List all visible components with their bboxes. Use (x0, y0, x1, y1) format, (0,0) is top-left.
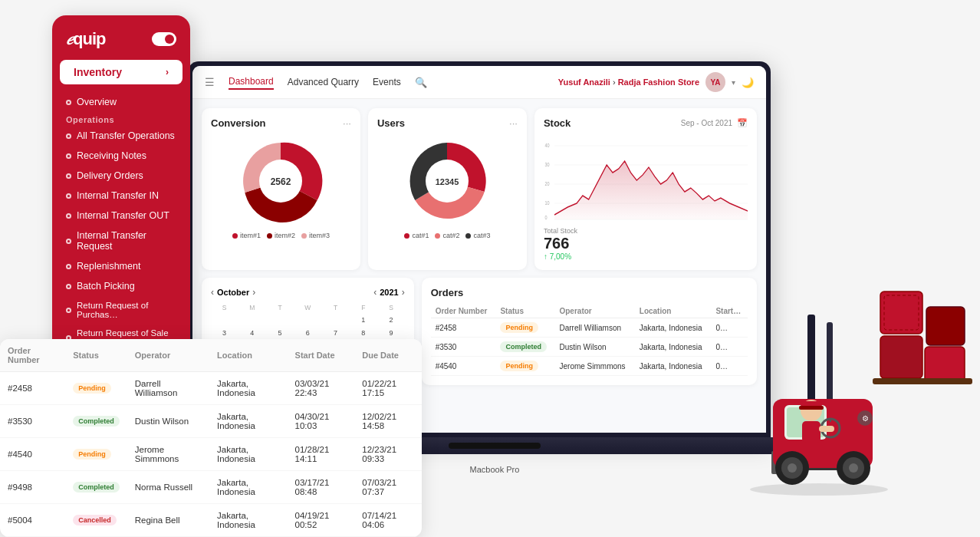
sidebar-item-internal-transfer-req[interactable]: Internal Transfer Request (52, 226, 190, 256)
fg-location: Jakarta, Indonesia (209, 405, 288, 438)
fg-due-date: 07/03/21 07:37 (354, 471, 422, 504)
sidebar-overview-label: Overview (77, 97, 117, 107)
fg-start-date: 03/03/21 22:43 (288, 372, 355, 405)
cal-day[interactable]: 5 (266, 327, 293, 339)
sidebar-item-all-transfer[interactable]: All Transfer Operations (52, 126, 190, 146)
cal-day[interactable]: 7 (322, 327, 349, 339)
sidebar-item-delivery-orders[interactable]: Delivery Orders (52, 166, 190, 186)
fg-col-location: Location (209, 339, 288, 372)
order-number: #4540 (431, 357, 496, 376)
laptop-model-label: Macbook Pro (470, 465, 520, 474)
cal-prev-year[interactable]: ‹ (373, 287, 377, 298)
svg-text:Tue: Tue (586, 222, 594, 222)
fg-operator: Regina Bell (127, 504, 209, 537)
chevron-down-icon[interactable]: ▾ (732, 78, 735, 87)
operations-section-label: Operations (52, 112, 190, 126)
sidebar-item-overview[interactable]: Overview (52, 92, 190, 112)
chevron-right-icon: › (166, 67, 169, 77)
sidebar-item-batch-picking[interactable]: Batch Picking (52, 276, 190, 296)
sidebar-inventory-button[interactable]: Inventory › (60, 60, 183, 84)
fg-location: Jakarta, Indonesia (209, 438, 288, 471)
moon-icon[interactable]: 🌙 (742, 77, 754, 88)
svg-text:Wed: Wed (613, 222, 623, 222)
sidebar-item-receiving-notes[interactable]: Receiving Notes (52, 146, 190, 166)
sidebar-logo: 𝑒quip (52, 29, 190, 60)
users-card-menu[interactable]: ··· (509, 117, 518, 129)
cal-header-w: W (294, 302, 321, 313)
cal-day[interactable]: 6 (294, 327, 321, 339)
sidebar-toggle[interactable] (152, 32, 176, 46)
table-row[interactable]: #3530 Completed Dustin Wilson Jakarta, I… (0, 405, 422, 438)
conversion-legend: item#1 item#2 item#3 (232, 232, 330, 239)
svg-rect-27 (807, 315, 815, 468)
cal-header-s2: S (377, 302, 404, 313)
cal-next-year[interactable]: › (402, 287, 405, 298)
sidebar-item-return-purchase[interactable]: Return Request of Purchas… (52, 296, 190, 324)
cal-day[interactable]: 9 (377, 327, 404, 339)
table-row[interactable]: #4540 Pending Jerome Simmmons Jakarta, I… (0, 438, 422, 471)
fg-start-date: 04/19/21 00:52 (288, 504, 355, 537)
order-status: Pending (495, 357, 554, 376)
cal-header-m: M (238, 302, 265, 313)
svg-rect-23 (926, 307, 965, 345)
sidebar-item-internal-transfer-in[interactable]: Internal Transfer IN (52, 186, 190, 206)
fg-order-number: #4540 (0, 438, 65, 471)
svg-rect-25 (925, 347, 965, 384)
table-row[interactable]: #5004 Cancelled Regina Bell Jakarta, Ind… (0, 504, 422, 537)
svg-rect-28 (827, 322, 833, 468)
app-header: ☰ Dashboard Advanced Quarry Events 🔍 Yus… (192, 66, 766, 99)
svg-text:2562: 2562 (271, 176, 291, 187)
fg-due-date: 07/14/21 04:06 (354, 504, 422, 537)
fg-col-operator: Operator (127, 339, 209, 372)
fg-order-number: #9498 (0, 471, 65, 504)
tab-advanced-quarry[interactable]: Advanced Quarry (288, 75, 359, 89)
stock-card: Stock Sep - Oct 2021 📅 40 (534, 108, 757, 270)
col-location: Location (635, 305, 712, 318)
svg-text:10: 10 (544, 199, 550, 206)
svg-point-48 (843, 457, 864, 479)
svg-point-49 (849, 463, 858, 473)
col-start: Start… (711, 305, 748, 318)
conversion-card-menu[interactable]: ··· (343, 117, 351, 129)
stock-total-value: 766 (544, 235, 748, 252)
fg-location: Jakarta, Indonesia (209, 372, 288, 405)
fg-operator: Dustin Wilson (127, 405, 209, 438)
order-number: #2458 (431, 318, 496, 338)
table-row[interactable]: #2458 Pending Darrell Williamson Jakarta… (0, 372, 422, 405)
cal-day[interactable]: 8 (350, 327, 377, 339)
conversion-card-title: Conversion (211, 117, 266, 129)
cal-day[interactable]: 1 (350, 314, 377, 326)
hamburger-icon[interactable]: ☰ (205, 76, 215, 88)
orders-card: Orders Order Number Status Operator Loca… (422, 278, 757, 385)
users-pie: 12345 cat#1 cat#2 cat#3 (377, 135, 518, 239)
cal-header-t1: T (266, 302, 293, 313)
search-icon[interactable]: 🔍 (415, 77, 427, 88)
order-operator: Dustin Wilson (554, 338, 634, 357)
order-start: 0… (711, 357, 748, 376)
cal-day[interactable]: 2 (377, 314, 404, 326)
users-card: Users ··· 12345 (368, 108, 527, 270)
table-row[interactable]: #9498 Completed Norma Russell Jakarta, I… (0, 471, 422, 504)
svg-rect-41 (799, 406, 824, 410)
dot-icon (66, 100, 71, 105)
order-start: 0… (711, 338, 748, 357)
cal-prev-month[interactable]: ‹ (211, 287, 214, 298)
svg-rect-24 (880, 336, 922, 378)
fg-start-date: 03/17/21 08:48 (288, 471, 355, 504)
cal-next-month[interactable]: › (252, 287, 255, 298)
svg-rect-26 (873, 378, 972, 384)
cal-day[interactable]: 3 (211, 327, 238, 339)
tab-dashboard[interactable]: Dashboard (229, 74, 274, 90)
fg-operator: Jerome Simmmons (127, 438, 209, 471)
calendar-icon[interactable]: 📅 (737, 118, 748, 128)
sidebar-item-replenishment[interactable]: Replenishment (52, 256, 190, 276)
cal-header-f: F (350, 302, 377, 313)
stock-date-range[interactable]: Sep - Oct 2021 (681, 119, 732, 127)
tab-events[interactable]: Events (373, 75, 401, 89)
cal-year: 2021 (380, 288, 398, 297)
dot-icon (66, 153, 71, 159)
fg-order-status: Completed (65, 471, 127, 504)
stock-total-label: Total Stock (544, 227, 748, 235)
cal-day[interactable]: 4 (238, 327, 265, 339)
sidebar-item-internal-transfer-out[interactable]: Internal Transfer OUT (52, 206, 190, 226)
